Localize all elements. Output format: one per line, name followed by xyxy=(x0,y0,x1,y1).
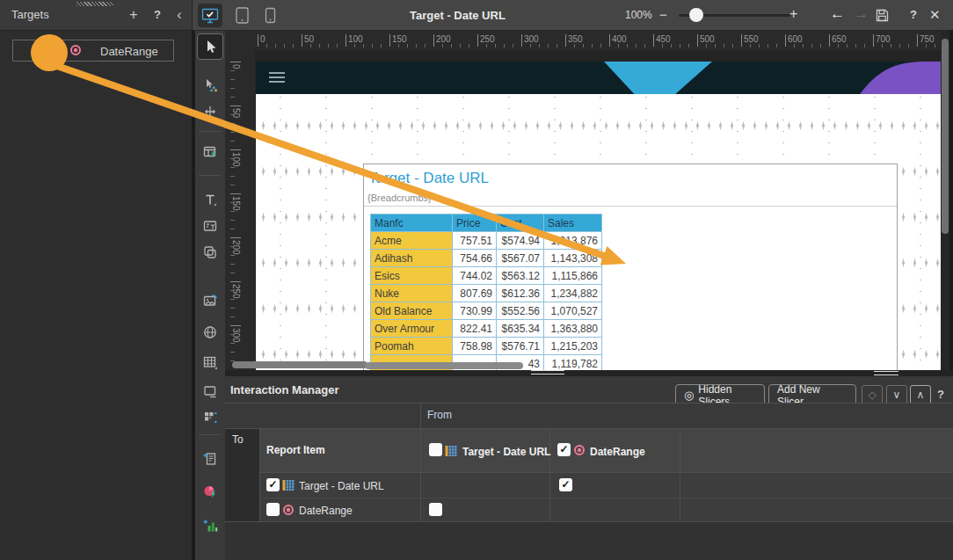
design-canvas[interactable]: Target - Date URL {Breadcrumbs} Manfc Pr… xyxy=(255,50,941,370)
report-navigation-icon xyxy=(202,451,218,467)
report-title-text[interactable]: Target - Date URL xyxy=(368,170,489,187)
tool-move[interactable] xyxy=(197,98,223,125)
cell-cost: $612.36 xyxy=(497,285,544,302)
from-axis-label: From xyxy=(427,409,452,421)
cell-manfc: Old Balance xyxy=(371,302,453,320)
interaction-help-button[interactable]: ? xyxy=(937,388,944,401)
collapse-panel-button[interactable]: ‹ xyxy=(169,4,190,25)
cell-price: 822.41 xyxy=(453,320,497,338)
cell-cost: $574.94 xyxy=(497,232,544,250)
tool-multi-select[interactable] xyxy=(197,72,223,98)
tool-layout[interactable] xyxy=(197,404,223,431)
panel-splitter[interactable] xyxy=(225,370,953,376)
cell-cost: $552.56 xyxy=(497,302,544,320)
eye-icon: ◎ xyxy=(684,389,694,402)
vertical-ruler: 050100150200250300 xyxy=(225,50,255,370)
report-designer-window: Targets + ? ‹ DateRange xyxy=(0,0,953,560)
hamburger-menu-icon[interactable] xyxy=(269,72,285,83)
from-target-column-checkbox[interactable] xyxy=(429,443,442,456)
zoom-in-button[interactable]: + xyxy=(789,6,797,22)
globe-icon xyxy=(202,324,218,340)
add-target-button[interactable]: + xyxy=(123,4,144,25)
report-banner[interactable] xyxy=(256,62,941,94)
column-header[interactable]: Sales xyxy=(544,215,602,232)
tool-container[interactable] xyxy=(197,239,223,265)
toolbar-help-button[interactable]: ? xyxy=(910,8,917,21)
report-hscroll-thumb[interactable] xyxy=(365,362,523,369)
tablet-view-button[interactable] xyxy=(229,4,254,27)
interaction-manager-title: Interaction Manager xyxy=(230,383,339,396)
breadcrumbs-placeholder[interactable]: {Breadcrumbs} xyxy=(367,193,432,203)
pie-chart-icon xyxy=(202,483,218,498)
table-wizard-icon xyxy=(202,144,218,160)
tool-report-navigation[interactable] xyxy=(197,446,223,472)
tool-image[interactable] xyxy=(197,287,223,314)
slicer-icon xyxy=(573,444,586,456)
toolbox xyxy=(195,31,225,560)
panel-drag-grip[interactable] xyxy=(76,2,113,6)
cell-sales: 1,215,203 xyxy=(544,338,602,355)
save-button[interactable] xyxy=(875,8,890,26)
close-designer-button[interactable]: ✕ xyxy=(929,7,941,23)
row-target-from-daterange-checkbox[interactable]: ✓ xyxy=(559,478,572,491)
table-icon xyxy=(282,479,295,491)
tool-select[interactable] xyxy=(197,33,223,60)
report-data-table[interactable]: Manfc Price Cost Sales Acme 757.51 $574.… xyxy=(370,214,602,370)
table-icon xyxy=(445,445,457,457)
from-daterange-column-checkbox[interactable]: ✓ xyxy=(557,443,571,456)
row-target-label: Target - Date URL xyxy=(299,480,384,492)
cell-manfc: Adihash xyxy=(371,250,453,267)
undo-button[interactable]: ← xyxy=(830,5,845,23)
cell-manfc: Over Armour xyxy=(371,320,453,338)
desktop-view-button[interactable] xyxy=(198,4,222,27)
cell-manfc: Acme xyxy=(371,232,453,250)
selected-report-element[interactable]: Target - Date URL {Breadcrumbs} Manfc Pr… xyxy=(363,164,898,370)
grid-row[interactable] xyxy=(259,498,953,521)
textbox-icon xyxy=(202,192,218,207)
tool-chart-wizard[interactable] xyxy=(197,477,223,504)
column-header[interactable]: Manfc xyxy=(371,215,453,232)
tool-textbox[interactable] xyxy=(197,186,223,213)
tool-rich-text[interactable] xyxy=(197,213,223,239)
multi-select-icon xyxy=(202,77,218,93)
cell-manfc: Nuke xyxy=(371,285,453,302)
tool-web-content[interactable] xyxy=(197,319,223,345)
zoom-level-value: 100% xyxy=(625,9,652,21)
redo-button[interactable]: → xyxy=(854,5,869,23)
horizontal-ruler: 0501001502002503003504004505005506006507… xyxy=(225,31,941,50)
tool-panel[interactable] xyxy=(197,378,223,404)
table-icon xyxy=(202,354,218,370)
canvas-hscroll-thumb[interactable] xyxy=(232,361,367,368)
slicer-icon xyxy=(282,504,295,516)
tool-table-wizard[interactable] xyxy=(197,139,223,165)
cell-cost: $563.12 xyxy=(497,267,544,285)
zoom-slider-thumb[interactable] xyxy=(689,8,703,22)
tool-table[interactable] xyxy=(197,349,223,375)
target-item-daterange[interactable]: DateRange xyxy=(12,40,174,62)
table-header-row: Manfc Price Cost Sales xyxy=(371,215,602,232)
toolbox-divider xyxy=(199,434,222,435)
row-daterange-label: DateRange xyxy=(299,505,353,517)
image-icon xyxy=(202,293,218,309)
cell-price: 730.99 xyxy=(453,302,497,320)
target-item-label: DateRange xyxy=(100,45,158,58)
targets-panel: Targets + ? ‹ DateRange xyxy=(0,0,192,560)
canvas-vscroll-thumb[interactable] xyxy=(942,39,949,234)
column-header[interactable]: Cost xyxy=(497,215,544,232)
column-header[interactable]: Price xyxy=(453,215,497,232)
cell-price: 754.66 xyxy=(453,250,497,267)
zoom-out-button[interactable]: − xyxy=(659,7,667,22)
splitter-grip[interactable] xyxy=(531,370,564,375)
table-row: Over Armour 822.41 $635.34 1,363,880 xyxy=(371,320,602,338)
table-row: Acme 757.51 $574.94 1,213,876 xyxy=(371,232,602,250)
phone-view-button[interactable] xyxy=(258,4,282,27)
row-target-checkbox[interactable]: ✓ xyxy=(266,478,280,491)
banner-purple-shape[interactable] xyxy=(844,62,941,94)
row-daterange-from-target-checkbox[interactable] xyxy=(429,503,442,516)
splitter-grip[interactable] xyxy=(874,371,898,375)
targets-help-button[interactable]: ? xyxy=(147,4,168,25)
grid-empty-area xyxy=(225,522,953,560)
row-daterange-checkbox[interactable] xyxy=(266,503,280,516)
tool-chart[interactable] xyxy=(197,513,223,539)
banner-cyan-shape[interactable] xyxy=(604,62,712,94)
